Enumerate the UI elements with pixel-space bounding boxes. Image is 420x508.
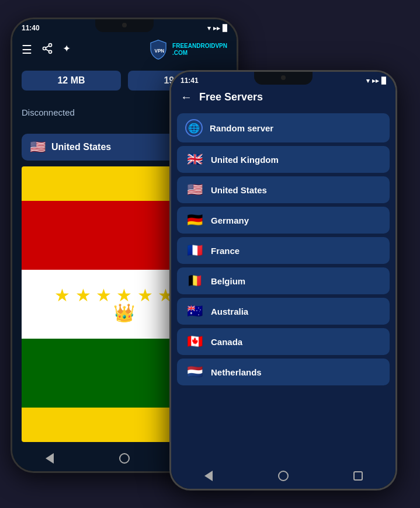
flag-uk: 🇬🇧	[185, 152, 204, 167]
notch2	[254, 72, 313, 85]
server-name-be: Belgium	[211, 276, 245, 286]
wifi-icon-2: ▾	[366, 77, 370, 85]
nav-back-button-2[interactable]	[203, 470, 214, 482]
nav-back-button[interactable]	[44, 453, 55, 464]
back-button[interactable]: ←	[181, 91, 192, 104]
server-item-fr[interactable]: 🇫🇷 France	[177, 237, 390, 264]
svg-point-1	[43, 47, 46, 50]
server-list: 🌐 Random server 🇬🇧 United Kingdom 🇺🇸 Uni…	[171, 110, 395, 465]
svg-point-0	[49, 43, 52, 46]
logo: VPN FREEANDROIDVPN .COM	[148, 39, 227, 60]
nav-home-button-2[interactable]	[277, 470, 289, 482]
flag-de: 🇩🇪	[185, 213, 204, 228]
battery-icon: ▉	[223, 25, 227, 32]
signal-icon-2: ▸▸	[372, 77, 379, 85]
phone2-header: ← Free Servers	[171, 87, 395, 110]
server-name-nl: Netherlands	[211, 367, 262, 377]
nav-recent-button-2[interactable]	[352, 470, 364, 482]
phone1-toolbar: ☰ ✦ VPN	[12, 34, 237, 65]
menu-icon[interactable]: ☰	[22, 43, 32, 57]
selected-country-flag: 🇺🇸	[30, 140, 46, 155]
flag-ca: 🇨🇦	[185, 334, 204, 349]
download-stat: 12 MB	[22, 71, 121, 91]
svg-point-2	[49, 50, 52, 53]
server-item-be[interactable]: 🇧🇪 Belgium	[177, 267, 390, 294]
server-item-ca[interactable]: 🇨🇦 Canada	[177, 328, 390, 355]
server-name-de: Germany	[211, 215, 249, 225]
server-name-fr: France	[211, 246, 239, 256]
server-name-au: Australia	[211, 307, 248, 316]
svg-text:VPN: VPN	[155, 48, 165, 54]
signal-icon: ▸▸	[213, 25, 220, 32]
time-2: 11:41	[181, 76, 199, 85]
status-icons-2: ▾ ▸▸ ▉	[366, 77, 386, 85]
camera-dot-2	[281, 75, 286, 80]
server-name-uk: United Kingdom	[211, 155, 279, 165]
phone2: 11:41 ▾ ▸▸ ▉ ← Free Servers 🌐 Random ser…	[169, 70, 397, 490]
camera-dot	[122, 23, 127, 27]
server-item-uk[interactable]: 🇬🇧 United Kingdom	[177, 146, 390, 173]
server-item-au[interactable]: 🇦🇺 Australia	[177, 298, 390, 325]
status-icons-1: ▾ ▸▸ ▉	[207, 25, 227, 32]
server-item-us[interactable]: 🇺🇸 United States	[177, 176, 390, 203]
server-item-nl[interactable]: 🇳🇱 Netherlands	[177, 359, 390, 385]
toolbar-left: ☰ ✦	[22, 42, 75, 58]
connection-status: Disconnected	[22, 107, 75, 117]
server-name-us: United States	[211, 185, 267, 195]
server-name-ca: Canada	[211, 337, 242, 347]
server-item-random[interactable]: 🌐 Random server	[177, 113, 390, 142]
flag-fr: 🇫🇷	[185, 243, 204, 258]
screen-title: Free Servers	[199, 91, 263, 103]
phone2-nav-bar	[171, 465, 395, 489]
svg-line-4	[46, 46, 49, 47]
server-item-de[interactable]: 🇩🇪 Germany	[177, 207, 390, 234]
battery-icon-2: ▉	[381, 77, 386, 85]
wifi-icon: ▾	[207, 25, 211, 32]
time-1: 11:40	[22, 24, 40, 32]
favorite-icon[interactable]: ✦	[63, 42, 75, 58]
notch1	[95, 19, 154, 32]
logo-shield-icon: VPN	[148, 39, 169, 60]
flag-nl: 🇳🇱	[185, 364, 204, 380]
svg-line-3	[46, 49, 49, 51]
logo-text: FREEANDROIDVPN .COM	[172, 43, 227, 57]
svg-text:✦: ✦	[63, 43, 71, 53]
random-server-icon: 🌐	[185, 119, 203, 137]
nav-home-button[interactable]	[119, 453, 130, 464]
flag-au: 🇦🇺	[185, 304, 204, 319]
share-icon[interactable]	[41, 43, 53, 57]
flag-us: 🇺🇸	[185, 182, 204, 197]
server-name-random: Random server	[210, 123, 273, 133]
flag-be: 🇧🇪	[185, 273, 204, 288]
